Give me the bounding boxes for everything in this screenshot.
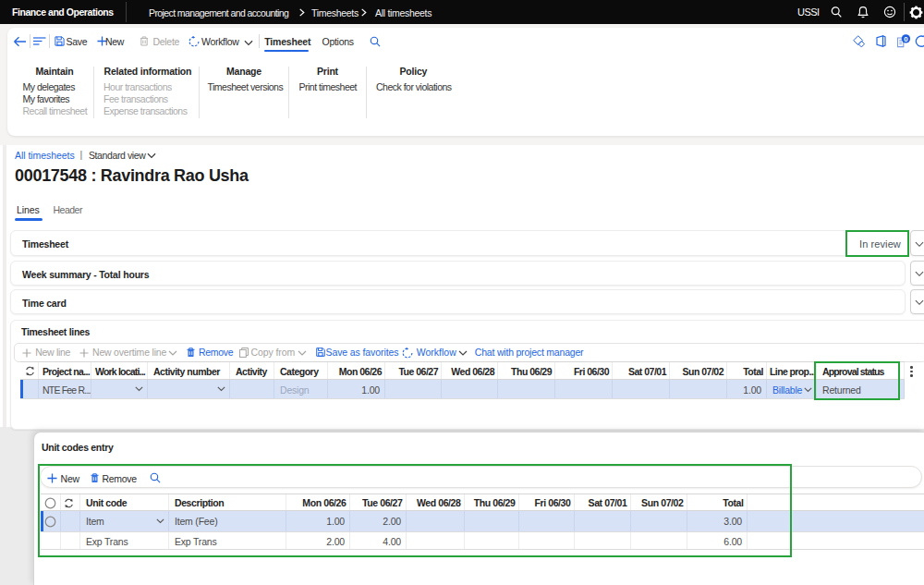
svg-text:0: 0 <box>904 35 908 43</box>
